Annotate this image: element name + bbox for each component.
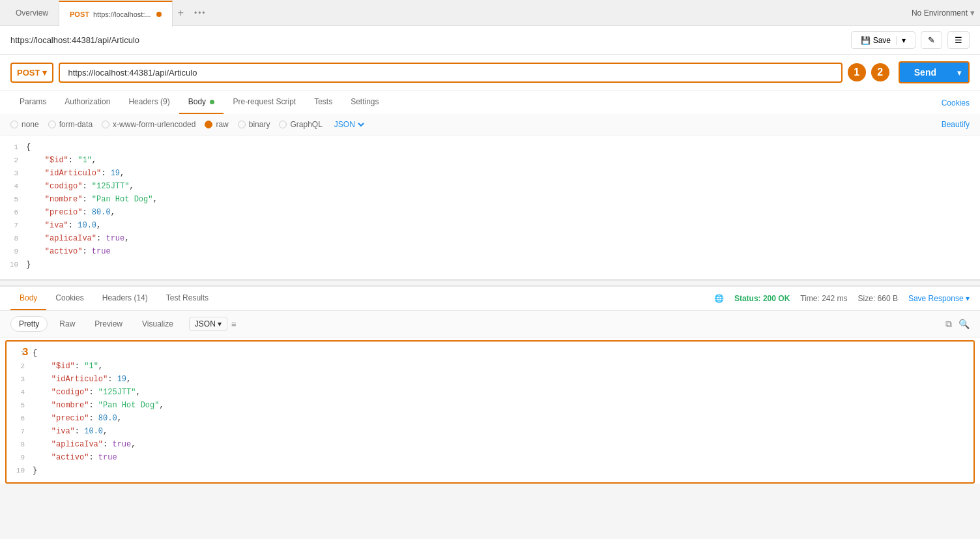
environment-selector[interactable]: No Environment ▾ <box>912 8 975 18</box>
radio-binary-label: binary <box>249 120 270 129</box>
radio-raw-circle <box>205 121 212 128</box>
request-body-editor[interactable]: 1 { 2 "$id": "1", 3 "idArticulo": 19, 4 … <box>0 136 980 279</box>
method-label: POST <box>17 68 40 78</box>
tab-params[interactable]: Params <box>10 91 55 114</box>
radio-raw[interactable]: raw <box>205 120 228 129</box>
overview-tab[interactable]: Overview <box>5 0 59 26</box>
copy-button[interactable]: ⧉ <box>945 319 952 330</box>
resp-line-10: 10 } <box>7 464 973 477</box>
tab-pre-request-label: Pre-request Script <box>233 97 296 106</box>
status-size-label: Size: 660 B <box>858 294 898 303</box>
radio-none[interactable]: none <box>10 120 39 129</box>
info-button[interactable]: ☰ <box>947 31 970 49</box>
resp-line-9: 9 "activo": true <box>7 451 973 464</box>
method-selector[interactable]: POST ▾ <box>10 63 53 83</box>
tab-body-label: Body <box>188 97 206 106</box>
tab-headers-label: Headers (9) <box>128 97 169 106</box>
format-raw-button[interactable]: Raw <box>51 317 83 331</box>
tab-url: https://localhost:... <box>93 10 151 18</box>
save-response-arrow-icon: ▾ <box>966 294 970 303</box>
tab-settings[interactable]: Settings <box>341 91 388 114</box>
req-line-4: 4 "codigo": "125JTT", <box>0 180 980 193</box>
radio-form-data-label: form-data <box>59 120 93 129</box>
response-body-editor[interactable]: 3 1 { 2 "$id": "1", 3 "idArticulo": 19, … <box>5 340 975 484</box>
resp-tab-cookies[interactable]: Cookies <box>46 287 93 310</box>
save-response-button[interactable]: Save Response ▾ <box>908 294 970 303</box>
save-icon: 💾 <box>861 36 871 45</box>
save-arrow-icon[interactable]: ▾ <box>896 36 906 45</box>
filter-button[interactable]: ≡ <box>231 319 237 329</box>
save-response-label: Save Response <box>908 294 964 303</box>
environment-label: No Environment <box>912 8 968 18</box>
url-input[interactable] <box>59 63 842 83</box>
format-pretty-button[interactable]: Pretty <box>10 316 48 332</box>
response-format-select[interactable]: JSON ▾ <box>189 317 227 331</box>
resp-tab-test-results-label: Test Results <box>166 293 209 302</box>
tab-settings-label: Settings <box>351 97 379 106</box>
beautify-button[interactable]: Beautify <box>942 120 970 129</box>
req-line-5: 5 "nombre": "Pan Hot Dog", <box>0 193 980 206</box>
resp-line-6: 6 "precio": 80.0, <box>7 412 973 425</box>
tab-pre-request-script[interactable]: Pre-request Script <box>223 91 305 114</box>
resp-tab-headers-label: Headers (14) <box>102 293 148 302</box>
radio-graphql-label: GraphQL <box>290 120 322 129</box>
resp-tab-cookies-label: Cookies <box>55 293 83 302</box>
radio-urlencoded[interactable]: x-www-form-urlencoded <box>102 120 195 129</box>
method-url-row: POST ▾ 1 2 Send ▾ <box>0 55 980 90</box>
tab-dot <box>156 12 162 17</box>
request-tabs-row: Params Authorization Headers (9) Body Pr… <box>0 90 980 114</box>
tab-tests-label: Tests <box>314 97 332 106</box>
send-button[interactable]: Send <box>899 61 951 83</box>
tab-tests[interactable]: Tests <box>305 91 341 114</box>
annotation-badge-2: 2 <box>871 63 889 81</box>
save-button[interactable]: 💾 Save ▾ <box>851 31 915 49</box>
tab-authorization-label: Authorization <box>65 97 110 106</box>
active-request-tab[interactable]: POST https://localhost:... <box>59 1 173 27</box>
resp-tab-body-label: Body <box>20 293 37 302</box>
tab-headers[interactable]: Headers (9) <box>119 91 179 114</box>
status-ok-label: Status: 200 OK <box>734 294 790 303</box>
format-select[interactable]: JSON <box>332 119 366 130</box>
req-line-1: 1 { <box>0 141 980 154</box>
radio-urlencoded-label: x-www-form-urlencoded <box>113 120 195 129</box>
radio-none-label: none <box>22 120 39 129</box>
search-button[interactable]: 🔍 <box>958 319 970 330</box>
tab-authorization[interactable]: Authorization <box>55 91 119 114</box>
radio-raw-label: raw <box>216 120 228 129</box>
req-line-8: 8 "aplicaIva": true, <box>0 232 980 245</box>
annotation-badge-3: 3 <box>22 347 29 358</box>
radio-graphql[interactable]: GraphQL <box>279 120 322 129</box>
req-line-3: 3 "idArticulo": 19, <box>0 167 980 180</box>
environment-arrow-icon: ▾ <box>970 8 975 18</box>
resp-tab-body[interactable]: Body <box>10 287 46 310</box>
resp-line-3: 3 "idArticulo": 19, <box>7 373 973 386</box>
save-label: Save <box>873 36 891 45</box>
cookies-link[interactable]: Cookies <box>942 98 970 108</box>
section-divider <box>0 280 980 285</box>
send-dropdown-button[interactable]: ▾ <box>951 61 970 83</box>
network-icon: 🌐 <box>714 294 724 303</box>
add-tab-button[interactable]: + <box>173 7 189 19</box>
format-visualize-button[interactable]: Visualize <box>134 317 181 331</box>
resp-tab-test-results[interactable]: Test Results <box>157 287 218 310</box>
more-tabs-button[interactable]: ••• <box>189 8 212 18</box>
tab-body[interactable]: Body <box>179 91 224 114</box>
radio-form-data-circle <box>48 121 56 128</box>
edit-button[interactable]: ✎ <box>921 31 942 49</box>
response-format-row: Pretty Raw Preview Visualize JSON ▾ ≡ ⧉ … <box>0 311 980 338</box>
response-section: Body Cookies Headers (14) Test Results 🌐… <box>0 285 980 484</box>
request-url-display: https://localhost:44381/api/Articulo <box>10 35 139 45</box>
radio-graphql-circle <box>279 121 287 128</box>
body-options-row: none form-data x-www-form-urlencoded raw… <box>0 114 980 136</box>
req-line-10: 10 } <box>0 258 980 271</box>
radio-none-circle <box>10 121 18 128</box>
response-status-bar: 🌐 Status: 200 OK Time: 242 ms Size: 660 … <box>714 294 970 303</box>
req-line-7: 7 "iva": 10.0, <box>0 219 980 232</box>
resp-tab-headers[interactable]: Headers (14) <box>93 287 157 310</box>
resp-line-7: 7 "iva": 10.0, <box>7 425 973 438</box>
radio-binary[interactable]: binary <box>238 120 270 129</box>
radio-form-data[interactable]: form-data <box>48 120 93 129</box>
radio-binary-circle <box>238 121 246 128</box>
response-tabs-row: Body Cookies Headers (14) Test Results 🌐… <box>0 287 980 311</box>
format-preview-button[interactable]: Preview <box>87 317 130 331</box>
